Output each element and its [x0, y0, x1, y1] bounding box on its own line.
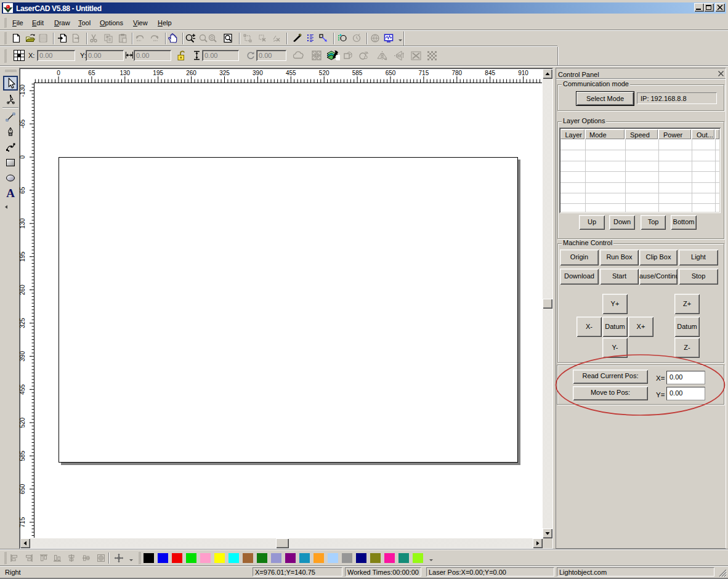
svg-text:780: 780: [451, 70, 462, 76]
svg-text:325: 325: [219, 70, 230, 76]
svg-text:195: 195: [19, 251, 26, 262]
svg-text:715: 715: [19, 517, 26, 527]
svg-text:910: 910: [518, 70, 528, 76]
svg-text:455: 455: [19, 384, 26, 395]
svg-text:260: 260: [19, 285, 26, 295]
svg-text:455: 455: [286, 70, 296, 76]
svg-text:-65: -65: [19, 119, 26, 128]
svg-text:585: 585: [19, 450, 26, 461]
svg-text:0: 0: [57, 70, 60, 76]
svg-text:845: 845: [485, 70, 495, 76]
svg-text:520: 520: [19, 417, 26, 427]
svg-text:520: 520: [319, 70, 330, 76]
svg-text:130: 130: [19, 218, 26, 229]
svg-text:390: 390: [253, 70, 263, 76]
svg-text:390: 390: [19, 351, 26, 362]
svg-text:-130: -130: [19, 84, 26, 97]
svg-text:130: 130: [119, 70, 130, 76]
svg-text:650: 650: [19, 484, 26, 494]
svg-text:65: 65: [88, 70, 95, 76]
svg-text:0: 0: [19, 155, 26, 159]
svg-text:325: 325: [19, 318, 26, 328]
svg-text:585: 585: [352, 70, 363, 76]
svg-text:260: 260: [186, 70, 196, 76]
svg-text:715: 715: [419, 70, 429, 76]
svg-text:650: 650: [386, 70, 396, 76]
svg-text:65: 65: [19, 187, 26, 194]
svg-text:195: 195: [153, 70, 163, 76]
